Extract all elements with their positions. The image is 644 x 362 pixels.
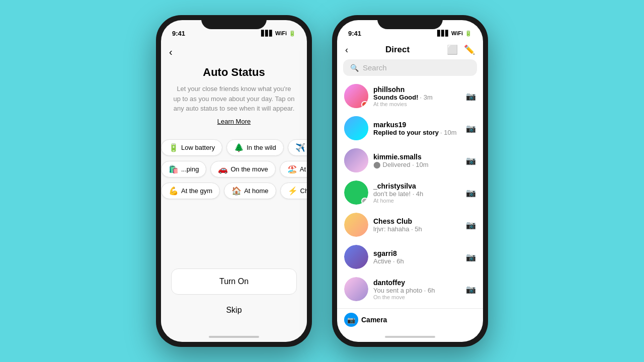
tag-on-move[interactable]: 🚗 On the move [210, 161, 275, 177]
status-icons-2: ▋▋▋ WiFi 🔋 [437, 30, 472, 37]
camera-icon[interactable]: 📷 [466, 252, 476, 262]
direct-header: ‹ Direct ⬜ ✏️ [337, 42, 483, 59]
back-button-2[interactable]: ‹ [345, 45, 348, 55]
tags-row-2: 🛍️ ...ping 🚗 On the move 🏖️ At the bea..… [161, 158, 307, 180]
dm-sub: Replied to your story · 10m [373, 129, 461, 136]
description-text: Let your close friends know what you're … [173, 84, 295, 114]
dm-item-kimmie[interactable]: kimmie.smalls ⬤ Delivered · 10m 📷 [337, 144, 483, 176]
battery-icon-2: 🔋 [465, 30, 472, 37]
header-icons: ⬜ ✏️ [447, 44, 475, 55]
home-indicator [161, 332, 307, 342]
dm-info-chess: Chess Club lrjvr: hahaha · 5h [373, 217, 461, 233]
dm-sub: lrjvr: hahaha · 5h [373, 225, 461, 233]
dm-item-dantoffey[interactable]: dantoffey You sent a photo · 6h On the m… [337, 273, 483, 305]
page-title: Auto Status [173, 66, 295, 79]
status-icons-1: ▋▋▋ WiFi 🔋 [261, 30, 296, 37]
dm-info-phillsohn: phillsohn Sounds Good! · 3m At the movie… [373, 85, 461, 107]
camera-icon[interactable]: 📷 [466, 220, 476, 230]
dm-name: sgarri8 [373, 249, 461, 257]
battery-emoji: 🔋 [169, 143, 179, 152]
tag-charging[interactable]: ⚡ Ch... [280, 183, 307, 199]
tag-label: In the wild [247, 144, 276, 151]
avatar-dantoffey [344, 277, 368, 301]
gym-emoji: 💪 [169, 186, 179, 196]
avatar-kimmie [344, 148, 368, 172]
bottom-bar: 📷 Camera [337, 308, 483, 332]
tag-in-wild[interactable]: 🌲 In the wild [226, 139, 284, 156]
dm-name: kimmie.smalls [373, 153, 461, 161]
auto-status-content: ‹ Auto Status Let your close friends kno… [161, 42, 307, 332]
tag-gym[interactable]: 💪 At the gym [161, 183, 220, 199]
direct-title: Direct [385, 45, 410, 55]
tag-label: At home [244, 187, 268, 195]
signal-icon: ▋▋▋ [261, 30, 273, 37]
search-bar[interactable]: 🔍 Search [343, 59, 477, 76]
tag-home[interactable]: 🏠 At home [224, 183, 276, 199]
time-2: 9:41 [348, 30, 361, 37]
avatar-sgarri8 [344, 245, 368, 269]
wifi-icon: WiFi [275, 30, 287, 36]
battery-icon: 🔋 [289, 30, 296, 37]
bolt-emoji: ⚡ [288, 186, 298, 196]
dm-name: phillsohn [373, 85, 461, 94]
dm-name: markus19 [373, 121, 461, 129]
dm-name: dantoffey [373, 279, 461, 287]
dm-status: At home [373, 198, 461, 204]
tags-row-3: 💪 At the gym 🏠 At home ⚡ Ch... [161, 180, 307, 202]
skip-button[interactable]: Skip [171, 299, 297, 322]
dm-sub: Sounds Good! · 3m [373, 94, 461, 101]
camera-button[interactable]: 📷 Camera [344, 313, 387, 327]
tag-low-battery[interactable]: 🔋 Low battery [161, 139, 222, 156]
video-icon[interactable]: ⬜ [447, 44, 458, 55]
title-section: Auto Status Let your close friends know … [161, 62, 307, 132]
tag-label: Ch... [300, 187, 307, 195]
tag-label: Low battery [181, 144, 215, 151]
avatar-chess [344, 213, 368, 237]
dm-item-chess[interactable]: Chess Club lrjvr: hahaha · 5h 📷 [337, 209, 483, 241]
tag-shopping[interactable]: 🛍️ ...ping [161, 161, 206, 177]
tree-emoji: 🌲 [234, 143, 244, 152]
phone-auto-status: 9:41 ▋▋▋ WiFi 🔋 ‹ Auto Status Let your c… [156, 15, 312, 347]
dm-name: _christysilva [373, 182, 461, 190]
back-button[interactable]: ‹ [161, 42, 307, 62]
compose-icon[interactable]: ✏️ [464, 44, 475, 55]
dm-info-christysilva: _christysilva don't be late! · 4h At hom… [373, 182, 461, 204]
home-bar [209, 336, 259, 338]
camera-icon[interactable]: 📷 [466, 92, 476, 101]
home-bar-2 [385, 336, 435, 338]
tag-label: ...ping [181, 165, 199, 173]
camera-label: Camera [361, 316, 387, 324]
tag-label: On the move [230, 165, 268, 173]
tag-label: At the bea... [300, 165, 307, 173]
signal-icon-2: ▋▋▋ [437, 30, 449, 37]
dm-sub: ⬤ Delivered · 10m [373, 161, 461, 168]
tags-area: 🔋 Low battery 🌲 In the wild ✈️ At t... 🛍… [161, 132, 307, 264]
avatar-phillsohn [344, 84, 368, 108]
dm-info-markus19: markus19 Replied to your story · 10m [373, 121, 461, 136]
dm-item-sgarri8[interactable]: sgarri8 Active · 6h 📷 [337, 241, 483, 273]
camera-icon[interactable]: 📷 [466, 156, 476, 165]
plane-emoji: ✈️ [295, 143, 305, 152]
tags-row-1: 🔋 Low battery 🌲 In the wild ✈️ At t... [161, 137, 307, 158]
turn-on-button[interactable]: Turn On [171, 268, 297, 295]
home-emoji: 🏠 [231, 186, 242, 196]
tag-at-beach[interactable]: 🏖️ At the bea... [280, 161, 307, 177]
dm-sub: don't be late! · 4h [373, 190, 461, 198]
camera-icon[interactable]: 📷 [466, 285, 476, 294]
camera-icon[interactable]: 📷 [466, 124, 476, 133]
dm-name: Chess Club [373, 217, 461, 225]
camera-icon[interactable]: 📷 [466, 188, 476, 198]
home-indicator-2 [337, 332, 483, 342]
learn-more-link[interactable]: Learn More [217, 118, 251, 125]
dm-item-phillsohn[interactable]: phillsohn Sounds Good! · 3m At the movie… [337, 80, 483, 112]
dm-sub: Active · 6h [373, 257, 461, 265]
camera-btn-icon: 📷 [344, 313, 358, 327]
shopping-emoji: 🛍️ [169, 164, 179, 174]
beach-emoji: 🏖️ [287, 164, 297, 174]
tag-airplane[interactable]: ✈️ At t... [288, 139, 307, 156]
phone-direct: 9:41 ▋▋▋ WiFi 🔋 ‹ Direct ⬜ ✏️ 🔍 Search [332, 15, 488, 347]
dm-item-markus19[interactable]: markus19 Replied to your story · 10m 📷 [337, 112, 483, 144]
car-emoji: 🚗 [218, 164, 228, 174]
dm-item-christysilva[interactable]: _christysilva don't be late! · 4h At hom… [337, 176, 483, 209]
search-placeholder: Search [363, 63, 387, 72]
